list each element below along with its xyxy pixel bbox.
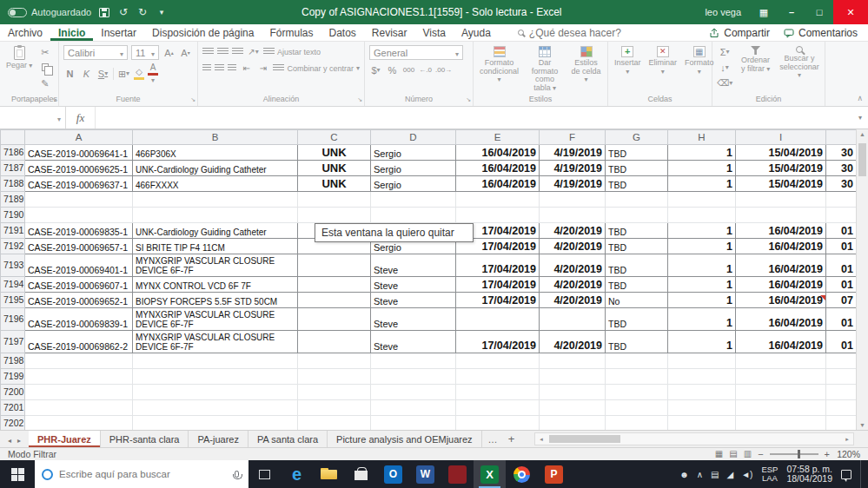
scroll-down-icon[interactable]: [859, 422, 865, 428]
cell[interactable]: MYNXGRIP VASCULAR CLOSURE DEVICE 6F-7F: [133, 254, 298, 277]
row-header-7194[interactable]: 7194: [1, 277, 25, 293]
row-header-7199[interactable]: 7199: [1, 369, 25, 385]
taskbar-search[interactable]: [35, 460, 248, 488]
cell[interactable]: [826, 353, 857, 369]
cell[interactable]: 16/04/2019: [736, 277, 826, 293]
cell[interactable]: [371, 385, 456, 400]
increase-indent-icon[interactable]: [256, 62, 269, 75]
dialog-launcher-icon[interactable]: [357, 96, 362, 103]
cell[interactable]: 4/20/2019: [540, 331, 606, 353]
cell[interactable]: [668, 385, 736, 400]
cell[interactable]: [456, 369, 540, 385]
cell[interactable]: [371, 353, 456, 369]
column-header-d[interactable]: D: [371, 130, 456, 145]
align-top-icon[interactable]: [202, 48, 214, 56]
page-break-view-icon[interactable]: [744, 450, 752, 458]
underline-button[interactable]: S: [96, 68, 109, 81]
find-select-button[interactable]: Buscar y seleccionar: [779, 45, 820, 81]
conditional-formatting-button[interactable]: Formato condicional: [478, 45, 520, 85]
cell[interactable]: [456, 385, 540, 400]
sheet-tab-pa-juarez[interactable]: PA-juarez: [189, 431, 248, 447]
cell[interactable]: Steve: [371, 293, 456, 308]
cell[interactable]: 1: [668, 293, 736, 308]
restore-button[interactable]: [805, 0, 833, 24]
cell[interactable]: UNK: [298, 161, 371, 176]
ribbon-display-options-icon[interactable]: [750, 0, 778, 24]
start-button[interactable]: [0, 460, 35, 488]
cell[interactable]: 4/20/2019: [540, 277, 606, 293]
font-color-icon[interactable]: A: [148, 63, 158, 84]
cell[interactable]: Steve: [371, 277, 456, 293]
new-sheet-button[interactable]: [504, 431, 520, 447]
cell[interactable]: 01: [826, 308, 857, 331]
increase-font-icon[interactable]: A: [162, 46, 176, 59]
autosave-toggle[interactable]: Autoguardado: [0, 7, 99, 17]
cell[interactable]: No: [606, 293, 668, 308]
cell[interactable]: 4/19/2019: [540, 161, 606, 176]
zoom-out-icon[interactable]: [758, 450, 763, 458]
cell[interactable]: [668, 416, 736, 431]
cell[interactable]: 16/04/2019: [736, 331, 826, 353]
increase-decimal-icon[interactable]: [419, 63, 432, 76]
cell[interactable]: [371, 208, 456, 223]
cell[interactable]: UNK: [298, 145, 371, 161]
bold-button[interactable]: N: [63, 68, 76, 81]
sheet-more-icon[interactable]: [482, 431, 504, 447]
cell[interactable]: 17/04/2019: [456, 293, 540, 308]
row-header-7191[interactable]: 7191: [1, 223, 25, 239]
scroll-left-icon[interactable]: [537, 436, 546, 443]
save-icon[interactable]: [99, 8, 109, 17]
cell[interactable]: [133, 400, 298, 416]
sheet-tab-pa-santa-clara[interactable]: PA santa clara: [248, 431, 328, 447]
ribbon-tab-f-rmulas[interactable]: Fórmulas: [262, 24, 321, 41]
cell[interactable]: CASE-2019-00069657-1: [25, 239, 133, 254]
cell[interactable]: [298, 293, 371, 308]
decrease-decimal-icon[interactable]: [435, 63, 452, 76]
ribbon-tab-revisar[interactable]: Revisar: [364, 24, 415, 41]
row-header-7193[interactable]: 7193: [1, 254, 25, 277]
cell[interactable]: MYNX CONTROL VCD 6F 7F: [133, 277, 298, 293]
cell[interactable]: 16/04/2019: [736, 223, 826, 239]
cell[interactable]: [25, 400, 133, 416]
merge-center-button[interactable]: Combinar y centrar: [273, 64, 360, 73]
cell[interactable]: [298, 353, 371, 369]
cell[interactable]: UNK-Cardiology Guiding Catheter: [133, 223, 298, 239]
action-center-icon[interactable]: [841, 470, 851, 479]
cell[interactable]: 15/04/2019: [736, 176, 826, 192]
undo-icon[interactable]: [118, 6, 129, 18]
column-header-a[interactable]: A: [25, 130, 133, 145]
cell[interactable]: [736, 400, 826, 416]
cell[interactable]: [298, 208, 371, 223]
close-button[interactable]: [833, 0, 868, 24]
cell[interactable]: [736, 192, 826, 208]
select-all-corner[interactable]: [1, 130, 25, 145]
row-header-7195[interactable]: 7195: [1, 293, 25, 308]
font-size-select[interactable]: 11: [131, 45, 159, 60]
formula-bar-expand-icon[interactable]: [852, 107, 868, 129]
cell[interactable]: UNK: [298, 176, 371, 192]
cell[interactable]: [133, 192, 298, 208]
hidden-icons-chevron[interactable]: ∧: [697, 470, 703, 479]
autosave-toggle-knob[interactable]: [8, 8, 27, 17]
cell[interactable]: 1: [668, 331, 736, 353]
floating-textbox[interactable]: Esta ventana la quiero quitar: [315, 223, 474, 242]
cell[interactable]: 30: [826, 161, 857, 176]
cell[interactable]: TBD: [606, 308, 668, 331]
column-header-b[interactable]: B: [133, 130, 298, 145]
cell[interactable]: 4/19/2019: [540, 176, 606, 192]
cell[interactable]: [540, 416, 606, 431]
cell[interactable]: [298, 192, 371, 208]
clear-icon[interactable]: [717, 76, 732, 89]
row-header-7202[interactable]: 7202: [1, 416, 25, 431]
borders-icon[interactable]: ⊞: [117, 68, 130, 81]
redo-icon[interactable]: [137, 6, 148, 18]
cell[interactable]: CASE-2019-00069839-1: [25, 308, 133, 331]
dialog-launcher-icon[interactable]: [466, 96, 471, 103]
cell[interactable]: 01: [826, 239, 857, 254]
sheet-nav-left-icon[interactable]: [8, 434, 11, 445]
decrease-font-icon[interactable]: A: [179, 46, 192, 59]
comments-button[interactable]: Comentarios: [784, 27, 858, 39]
account-name[interactable]: leo vega: [705, 7, 741, 17]
align-bottom-icon[interactable]: [232, 48, 243, 56]
row-header-7198[interactable]: 7198: [1, 353, 25, 369]
